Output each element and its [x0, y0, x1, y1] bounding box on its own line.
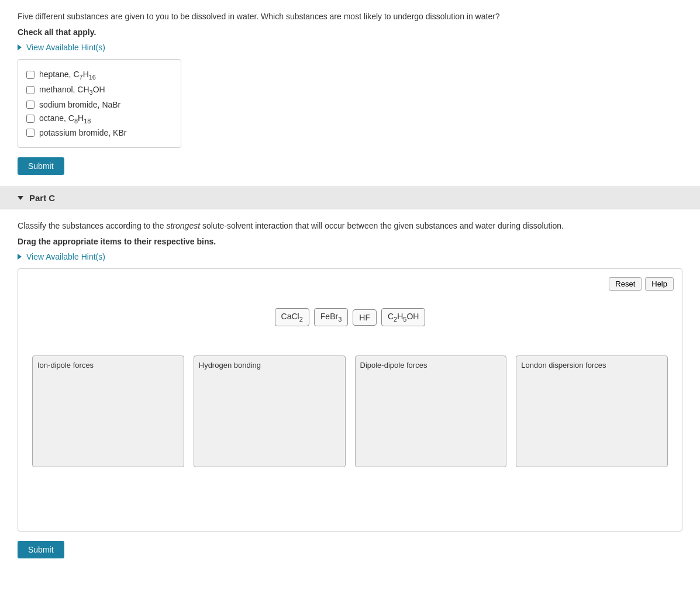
heptane-sub1: 7: [80, 74, 83, 81]
bin-hydrogen-bonding[interactable]: Hydrogen bonding: [194, 356, 346, 467]
part-c-hint-label: View Available Hint(s): [26, 252, 105, 261]
febr3-sub: 3: [338, 316, 342, 323]
bin-hydrogen-bonding-content: [199, 374, 340, 462]
draggable-c2h5oh[interactable]: C2H5OH: [381, 308, 426, 326]
list-item: sodium bromide, NaBr: [26, 100, 173, 109]
sodium-bromide-checkbox[interactable]: [26, 101, 35, 109]
octane-label: octane, C8H18: [39, 113, 91, 125]
part-c-header: Part C: [0, 187, 700, 209]
methanol-sub: 3: [89, 89, 93, 96]
heptane-checkbox[interactable]: [26, 71, 35, 79]
hint-arrow-icon-c: [18, 254, 22, 260]
octane-sub1: 8: [74, 117, 78, 124]
draggable-cacl2[interactable]: CaCl2: [275, 308, 309, 326]
part-c-collapse-icon[interactable]: [18, 196, 23, 200]
part-c-submit-button[interactable]: Submit: [18, 541, 64, 558]
strongest-emphasis: strongest: [166, 221, 200, 230]
list-item: methanol, CH3OH: [26, 85, 173, 96]
bin-dipole-dipole[interactable]: Dipole-dipole forces: [355, 356, 507, 467]
heptane-label: heptane, C7H16: [39, 70, 96, 81]
hint-arrow-icon: [18, 44, 22, 50]
part-c-question: Classify the substances according to the…: [18, 220, 682, 232]
list-item: octane, C8H18: [26, 113, 173, 125]
bin-dipole-dipole-content: [360, 374, 502, 462]
drop-bins-container: Ion-dipole forces Hydrogen bonding Dipol…: [26, 356, 674, 467]
bin-london-dispersion-content: [521, 374, 663, 462]
part-b-section: Five different substances are given to y…: [0, 0, 700, 187]
part-b-question: Five different substances are given to y…: [18, 11, 682, 23]
cacl2-sub: 2: [299, 316, 303, 323]
list-item: heptane, C7H16: [26, 70, 173, 81]
list-item: potassium bromide, KBr: [26, 128, 173, 137]
reset-button[interactable]: Reset: [609, 277, 642, 291]
octane-checkbox[interactable]: [26, 115, 35, 123]
c2h5oh-sub2: 5: [403, 316, 406, 323]
bin-hydrogen-bonding-label: Hydrogen bonding: [199, 361, 340, 370]
substances-checkbox-list: heptane, C7H16 methanol, CH3OH sodium br…: [18, 59, 181, 148]
bin-ion-dipole-content: [37, 374, 179, 462]
drag-instruction: Drag the appropriate items to their resp…: [18, 237, 682, 246]
bin-london-dispersion[interactable]: London dispersion forces: [516, 356, 668, 467]
part-b-submit-button[interactable]: Submit: [18, 157, 64, 175]
part-c-title: Part C: [29, 193, 55, 203]
check-all-instruction: Check all that apply.: [18, 27, 682, 37]
bin-ion-dipole[interactable]: Ion-dipole forces: [32, 356, 184, 467]
draggable-items-container: CaCl2 FeBr3 HF C2H5OH: [26, 302, 674, 332]
bin-dipole-dipole-label: Dipole-dipole forces: [360, 361, 502, 370]
part-c-content: Classify the substances according to the…: [0, 209, 700, 570]
sodium-bromide-label: sodium bromide, NaBr: [39, 100, 120, 109]
drag-drop-area: Reset Help CaCl2 FeBr3 HF C2H5OH: [18, 268, 682, 532]
methanol-label: methanol, CH3OH: [39, 85, 105, 96]
heptane-sub2: 16: [89, 74, 96, 81]
potassium-bromide-checkbox[interactable]: [26, 129, 35, 137]
octane-sub2: 18: [84, 117, 91, 124]
bin-london-dispersion-label: London dispersion forces: [521, 361, 663, 370]
part-b-hint-label: View Available Hint(s): [26, 43, 105, 52]
bin-ion-dipole-label: Ion-dipole forces: [37, 361, 179, 370]
potassium-bromide-label: potassium bromide, KBr: [39, 128, 126, 137]
draggable-hf[interactable]: HF: [353, 309, 377, 326]
methanol-checkbox[interactable]: [26, 86, 35, 94]
page-wrapper: Five different substances are given to y…: [0, 0, 700, 597]
c2h5oh-sub1: 2: [394, 316, 397, 323]
help-button[interactable]: Help: [645, 277, 674, 291]
part-c-hint-link[interactable]: View Available Hint(s): [18, 252, 682, 261]
draggable-febr3[interactable]: FeBr3: [314, 308, 348, 326]
part-b-hint-link[interactable]: View Available Hint(s): [18, 43, 682, 52]
drag-area-toolbar: Reset Help: [26, 277, 674, 291]
